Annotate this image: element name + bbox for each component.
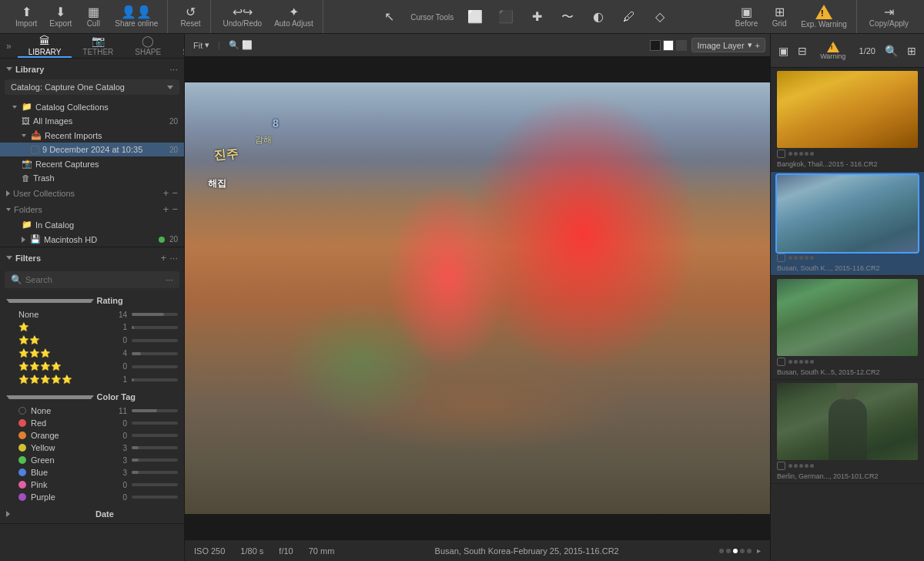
search-thumbnails-btn[interactable]: 🔍 (882, 43, 901, 59)
color-purple-bar (132, 495, 178, 499)
cursor-tools-button[interactable]: Cursor Tools (406, 11, 458, 23)
export-button[interactable]: ⬇ Export (45, 5, 76, 29)
heal-button[interactable]: ✚ (523, 9, 551, 25)
paint-button[interactable]: 🖊 (615, 9, 643, 25)
filters-header[interactable]: Filters + ··· (0, 247, 184, 268)
berlin-checkbox[interactable] (777, 462, 785, 470)
rating-none-count: 14 (112, 311, 127, 319)
trash-item[interactable]: 🗑 Trash (0, 171, 184, 185)
copy-apply-button[interactable]: ⇥ Copy/Apply (865, 5, 913, 29)
bangkok-checkbox[interactable] (777, 149, 785, 158)
date-group-header[interactable]: Date (0, 506, 184, 522)
tab-library[interactable]: 🏛 LIBRARY (18, 34, 72, 58)
curve-button[interactable]: 〜 (554, 9, 581, 25)
cull-icon: ▦ (88, 6, 99, 18)
macintosh-hd-item[interactable]: 💾 Macintosh HD 20 (0, 232, 184, 247)
macintosh-hd-count: 20 (169, 235, 178, 244)
auto-adjust-button[interactable]: ✦ Auto Adjust (270, 5, 318, 29)
folders-remove-btn[interactable]: − (172, 203, 178, 215)
view-compare-btn[interactable]: ⊟ (795, 43, 810, 59)
undo-redo-button[interactable]: ↩↪ Undo/Redo (219, 5, 267, 29)
library-title: Library (15, 65, 44, 74)
dot-1[interactable] (719, 549, 724, 553)
thumbnail-berlin[interactable]: Berlin, German..., 2015-101.CR2 (771, 380, 924, 484)
library-expand-icon (6, 67, 12, 71)
color-blue-fill (132, 471, 139, 474)
recent-captures-item[interactable]: 📸 Recent Captures (0, 156, 184, 171)
filter-search-bar[interactable]: 🔍 ··· (5, 271, 179, 288)
folders-add-btn[interactable]: + (163, 203, 169, 215)
color-tag-group-header[interactable]: Color Tag (0, 389, 184, 405)
dot-2[interactable] (726, 549, 731, 553)
tab-style[interactable]: ✦ STYLE (172, 34, 185, 58)
tether-tab-icon: 📷 (92, 35, 105, 47)
library-header-actions: ··· (169, 63, 178, 75)
rating-none-text: None (18, 310, 38, 319)
color-red-dot (18, 419, 26, 427)
warning-exclamation: ! (831, 44, 833, 51)
be-dot5 (810, 464, 814, 468)
image-statusbar: ISO 250 1/80 s f/10 70 mm Busan, South K… (185, 539, 770, 561)
berlin-rating-dots (788, 464, 814, 468)
recent-imports-item[interactable]: 📥 Recent Imports (0, 128, 184, 143)
tab-tether[interactable]: 📷 TETHER (72, 34, 124, 58)
import-button[interactable]: ⬆ Import (11, 5, 42, 29)
dot-4[interactable] (740, 549, 745, 553)
user-collections-remove-btn[interactable]: − (172, 187, 178, 199)
color-red-label: Red (31, 418, 107, 428)
all-images-item[interactable]: 🖼 All Images 20 (0, 114, 184, 128)
bangkok-rating-dots (788, 152, 814, 156)
gray-indicator (676, 40, 687, 51)
color-purple-row: Purple 0 (0, 491, 184, 503)
busan1-checkbox[interactable] (777, 254, 785, 262)
user-collections-add-btn[interactable]: + (163, 187, 169, 199)
search-thumbs-icon: 🔍 (885, 45, 898, 57)
warning-btn[interactable]: ! Warning (817, 40, 849, 62)
crop-button[interactable]: ⬛ (492, 9, 520, 25)
import-label: Import (15, 19, 37, 28)
tab-shape[interactable]: ◯ SHAPE (124, 34, 172, 58)
filters-add-btn[interactable]: + (161, 252, 167, 264)
share-button[interactable]: 👤👤 Share online (110, 5, 162, 29)
collapse-arrow[interactable]: » (0, 34, 18, 58)
rating-3star-count: 4 (112, 349, 127, 358)
busan2-checkbox[interactable] (777, 358, 785, 366)
copy-apply-group: ⇥ Copy/Apply (860, 0, 918, 33)
catalog-select[interactable]: Catalog: Capture One Catalog (5, 79, 179, 95)
catalog-collections-item[interactable]: 📁 Catalog Collections (0, 99, 184, 114)
library-header[interactable]: Library ··· (0, 59, 184, 79)
library-more-btn[interactable]: ··· (169, 63, 178, 75)
transform-button[interactable]: ⬜ (461, 9, 489, 25)
dot-3[interactable] (733, 549, 738, 553)
cursor-button[interactable]: ↖ (375, 9, 403, 25)
tab-shape-label: SHAPE (135, 48, 161, 56)
mask-button[interactable]: ◐ (584, 9, 612, 25)
counter-display: 1/20 (859, 46, 875, 55)
grid-button[interactable]: ⊞ Grid (765, 5, 793, 29)
import-icon: ⬆ (22, 6, 32, 18)
rating-4star-row: ⭐⭐⭐⭐ 0 (0, 360, 184, 373)
dot-5[interactable] (747, 549, 752, 553)
image-view[interactable]: 진주 8 감해 해집 (185, 57, 770, 539)
thumbnail-busan1[interactable]: Busan, South K..., 2015-116.CR2 (771, 172, 924, 276)
thumbnail-busan2[interactable]: Busan, South K...5, 2015-12.CR2 (771, 276, 924, 380)
search-view-btn[interactable]: 🔍 ⬜ (225, 39, 256, 52)
view-single-btn[interactable]: ▣ (775, 43, 792, 59)
thumbnail-bangkok[interactable]: Bangkok, Thail...2015 - 316.CR2 (771, 68, 924, 172)
filters-more-btn[interactable]: ··· (169, 252, 178, 264)
before-button[interactable]: ▣ Before (731, 5, 762, 29)
import-date-item[interactable]: 9 December 2024 at 10:35 20 (0, 143, 184, 156)
fit-btn[interactable]: Fit ▾ (189, 39, 213, 52)
in-catalog-icon: 📁 (22, 220, 32, 230)
rating-group-header[interactable]: Rating (0, 293, 184, 308)
copy-apply-label: Copy/Apply (869, 19, 909, 28)
filter-thumbnails-btn[interactable]: ⊞ (904, 43, 919, 59)
filter-search-input[interactable] (25, 275, 162, 284)
layer-select[interactable]: Image Layer ▾ + (691, 38, 765, 52)
erase-button[interactable]: ◇ (646, 9, 674, 25)
cull-button[interactable]: ▦ Cull (79, 5, 107, 29)
reset-button[interactable]: ↺ Reset (176, 5, 205, 29)
in-catalog-item[interactable]: 📁 In Catalog (0, 217, 184, 232)
filters-title: Filters (15, 254, 41, 263)
exp-warning-button[interactable]: Exp. Warning (796, 3, 852, 30)
